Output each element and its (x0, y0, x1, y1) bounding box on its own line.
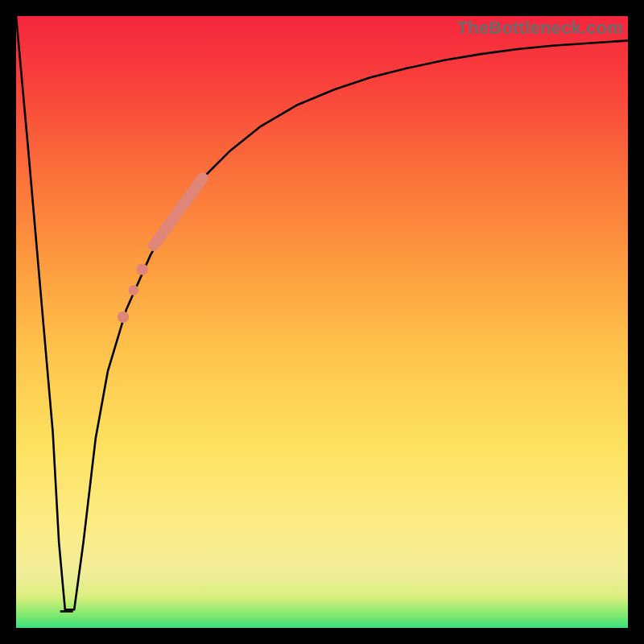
chart-frame: TheBottleneck.com (0, 0, 644, 644)
dot-3 (118, 312, 129, 323)
chart-svg (16, 16, 628, 628)
dot-1 (136, 263, 147, 275)
dot-2 (128, 285, 138, 295)
series-curve (16, 16, 628, 609)
plot-area: TheBottleneck.com (16, 16, 628, 628)
highlight-segment (154, 178, 203, 246)
